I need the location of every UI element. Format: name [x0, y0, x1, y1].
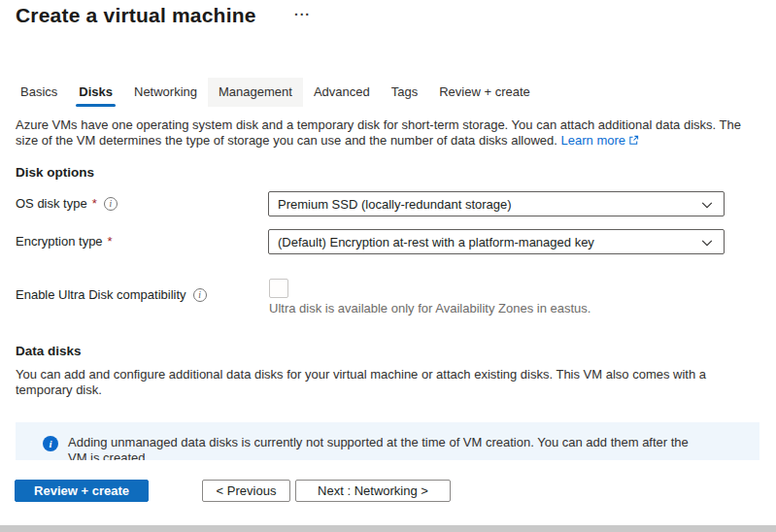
info-icon[interactable]: i: [104, 197, 118, 211]
external-link-icon: [628, 134, 639, 150]
tab-tags[interactable]: Tags: [381, 78, 428, 107]
required-asterisk: *: [92, 196, 97, 211]
info-banner-text: Adding unmanaged data disks is currently…: [68, 435, 690, 460]
next-networking-button[interactable]: Next : Networking >: [295, 480, 451, 502]
info-icon[interactable]: i: [193, 288, 207, 302]
previous-button[interactable]: < Previous: [202, 480, 290, 502]
os-disk-type-label: OS disk type* i: [16, 196, 118, 211]
chevron-down-icon: [700, 198, 714, 215]
tab-management[interactable]: Management: [208, 78, 303, 107]
ultra-disk-label: Enable Ultra Disk compatibility i: [16, 287, 207, 302]
disks-intro-text: Azure VMs have one operating system disk…: [16, 117, 756, 149]
data-disks-heading: Data disks: [16, 344, 82, 358]
tab-disks[interactable]: Disks: [68, 78, 123, 107]
horizontal-scrollbar[interactable]: [0, 525, 776, 532]
chevron-down-icon: [700, 236, 714, 252]
wizard-footer: Review + create < Previous Next : Networ…: [0, 460, 776, 525]
tab-advanced[interactable]: Advanced: [303, 78, 381, 107]
os-disk-type-select[interactable]: Premium SSD (locally-redundant storage): [268, 191, 725, 216]
learn-more-link[interactable]: Learn more: [561, 133, 639, 148]
encryption-type-select[interactable]: (Default) Encryption at-rest with a plat…: [268, 229, 725, 254]
ultra-disk-helper-text: Ultra disk is available only for Availab…: [269, 301, 735, 316]
review-create-button[interactable]: Review + create: [15, 480, 149, 502]
tab-review-create[interactable]: Review + create: [428, 78, 541, 107]
page-title: Create a virtual machine: [16, 4, 256, 27]
more-options-button[interactable]: ···: [294, 6, 311, 23]
info-icon: i: [43, 436, 58, 451]
disk-options-heading: Disk options: [16, 165, 94, 180]
info-banner: i Adding unmanaged data disks is current…: [16, 422, 759, 460]
required-asterisk: *: [108, 234, 113, 249]
encryption-type-label: Encryption type*: [16, 234, 113, 249]
wizard-tabs: Basics Disks Networking Management Advan…: [10, 78, 541, 107]
tab-basics[interactable]: Basics: [10, 78, 68, 107]
tab-networking[interactable]: Networking: [123, 78, 208, 107]
data-disks-text: You can add and configure additional dat…: [16, 367, 723, 397]
ultra-disk-checkbox[interactable]: [269, 279, 288, 298]
